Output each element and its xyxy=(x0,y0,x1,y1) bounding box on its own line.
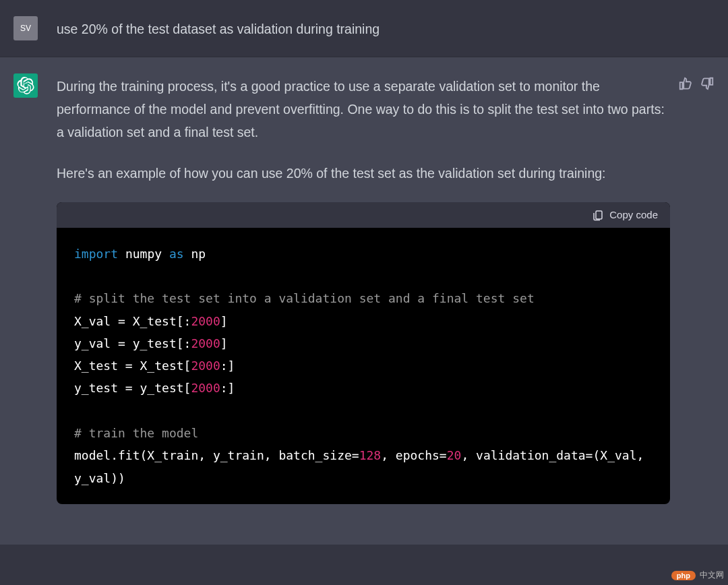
copy-code-button[interactable]: Copy code xyxy=(592,209,658,221)
watermark: php 中文网 xyxy=(671,569,724,581)
watermark-text: 中文网 xyxy=(700,569,724,581)
svg-rect-0 xyxy=(596,211,602,219)
assistant-paragraph: Here's an example of how you can use 20%… xyxy=(57,162,670,185)
user-message-text: use 20% of the test dataset as validatio… xyxy=(57,16,715,40)
thumbs-up-icon xyxy=(678,76,693,91)
thumbs-down-icon xyxy=(700,76,715,91)
assistant-content: During the training process, it's a good… xyxy=(57,73,715,504)
clipboard-icon xyxy=(592,209,604,221)
copy-code-label: Copy code xyxy=(609,209,658,220)
assistant-paragraph: During the training process, it's a good… xyxy=(57,75,670,144)
assistant-text: During the training process, it's a good… xyxy=(57,73,670,504)
assistant-avatar xyxy=(13,73,38,98)
code-block: Copy code import numpy as np # split the… xyxy=(57,202,670,504)
watermark-pill: php xyxy=(671,571,696,580)
assistant-message-row: During the training process, it's a good… xyxy=(0,57,728,545)
openai-logo-icon xyxy=(17,77,34,94)
user-avatar: SV xyxy=(13,16,38,40)
code-content[interactable]: import numpy as np # split the test set … xyxy=(57,228,670,504)
feedback-controls xyxy=(678,73,715,504)
thumbs-down-button[interactable] xyxy=(700,76,715,91)
code-header: Copy code xyxy=(57,202,670,228)
user-message-row: SV use 20% of the test dataset as valida… xyxy=(0,0,728,57)
thumbs-up-button[interactable] xyxy=(678,76,693,91)
user-avatar-initials: SV xyxy=(20,24,31,33)
